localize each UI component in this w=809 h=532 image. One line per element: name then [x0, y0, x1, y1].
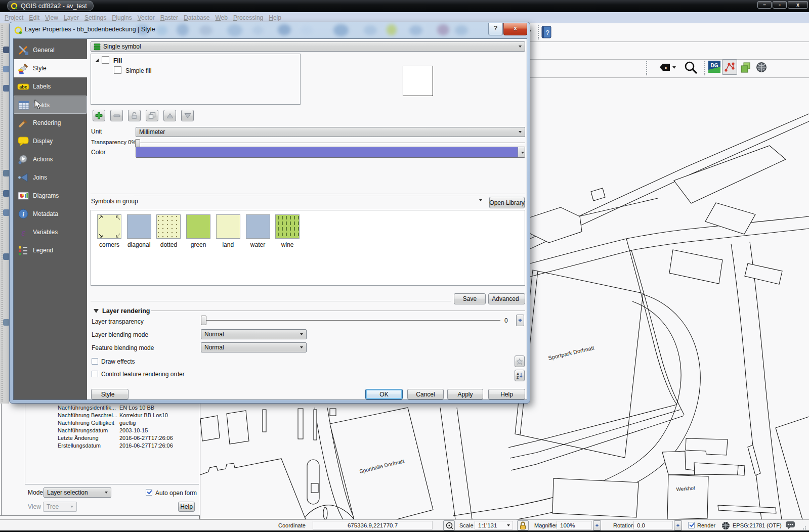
move-down-button[interactable] [181, 110, 194, 121]
sidebar-item-diagrams[interactable]: Diagrams [14, 187, 87, 205]
auto-open-form-checkbox[interactable] [146, 489, 152, 496]
color-dropdown[interactable] [518, 147, 525, 158]
menu-help[interactable]: Help [269, 14, 281, 21]
dialog-help-button[interactable]: ? [488, 23, 503, 35]
menu-vector[interactable]: Vector [138, 14, 155, 21]
layer-rendering-collapse-icon[interactable] [94, 309, 99, 313]
toolbar-grip3[interactable] [704, 61, 706, 75]
menu-processing[interactable]: Processing [233, 14, 263, 21]
symbols-group-dropdown[interactable] [479, 199, 482, 203]
menu-raster[interactable]: Raster [160, 14, 178, 21]
layer-rendering-header[interactable]: Layer rendering [102, 307, 150, 315]
tree-item-fill[interactable]: Fill [113, 57, 122, 64]
toolbar-grip2[interactable] [646, 61, 648, 75]
sidebar-item-variables[interactable]: εVariables [14, 223, 87, 241]
coordinate-field[interactable]: 675336.9,221770.7 [313, 521, 433, 529]
sort-order-button[interactable]: AZ [515, 370, 525, 381]
ok-button[interactable]: OK [365, 389, 403, 400]
menu-layer[interactable]: Layer [64, 14, 79, 21]
open-library-button[interactable]: Open Library [489, 197, 525, 208]
transparency-slider-groove[interactable] [136, 143, 525, 143]
remove-symbol-layer-button[interactable] [110, 110, 123, 121]
symbol-swatch-land[interactable] [216, 214, 240, 239]
rotation-field[interactable]: 0.0 [633, 521, 673, 529]
crs-globe-icon[interactable] [721, 521, 730, 530]
zoom-search-icon[interactable] [683, 61, 698, 76]
draw-effects-checkbox[interactable] [92, 358, 98, 365]
fill-checkbox[interactable] [102, 56, 109, 64]
duplicate-symbol-layer-button[interactable] [146, 110, 158, 121]
menu-edit[interactable]: Edit [29, 14, 39, 21]
symbol-swatch-diagonal[interactable] [127, 214, 151, 239]
magnifier-spinner[interactable] [593, 520, 601, 530]
add-symbol-layer-button[interactable] [93, 110, 105, 121]
lock-symbol-layer-button[interactable] [128, 110, 141, 121]
menu-database[interactable]: Database [184, 14, 209, 21]
identify-help-button[interactable]: Help [178, 502, 195, 512]
scale-lock-icon[interactable] [517, 520, 529, 530]
style-menu-button[interactable]: Style [91, 389, 129, 400]
rotation-spinner[interactable] [674, 520, 682, 530]
tree-expander-icon[interactable] [95, 58, 99, 63]
symbol-swatch-dotted[interactable] [156, 214, 181, 239]
dialog-help-bottom-button[interactable]: Help [488, 389, 525, 400]
resize-grip[interactable] [802, 526, 807, 530]
symbol-swatch-corners[interactable] [97, 214, 121, 239]
mode-combo[interactable]: Layer selection [44, 487, 111, 498]
close-button[interactable]: x [788, 1, 808, 9]
symbol-swatch-water[interactable] [246, 214, 270, 239]
sidebar-item-general[interactable]: General [14, 41, 87, 59]
menu-project[interactable]: Project [5, 14, 23, 21]
messages-balloon-icon[interactable] [785, 521, 795, 530]
layer-blending-combo[interactable]: Normal [201, 329, 307, 339]
menu-view[interactable]: View [45, 14, 58, 21]
unit-combo[interactable]: Millimeter [136, 127, 525, 137]
dialog-close-button[interactable]: x [503, 23, 527, 35]
simple-fill-checkbox[interactable] [114, 66, 121, 74]
advanced-button[interactable]: Advanced [488, 293, 525, 304]
apply-button[interactable]: Apply [447, 389, 483, 400]
sidebar-item-legend[interactable]: Legend [14, 241, 87, 259]
globe-settings-icon[interactable] [755, 61, 768, 76]
magnifier-field[interactable]: 100% [557, 521, 592, 529]
menu-plugins[interactable]: Plugins [112, 14, 132, 21]
control-order-checkbox[interactable] [92, 371, 98, 377]
sidebar-item-labels[interactable]: abcLabels [14, 77, 87, 96]
save-button[interactable]: Save [454, 293, 486, 304]
minimize-button[interactable]: – [757, 1, 772, 9]
help-contents-icon[interactable]: ? [541, 25, 552, 40]
menu-settings[interactable]: Settings [84, 14, 106, 21]
cancel-button[interactable]: Cancel [407, 389, 444, 400]
sidebar-item-actions[interactable]: Actions [14, 150, 87, 168]
sidebar-item-style[interactable]: Style [14, 59, 87, 77]
sidebar-item-rendering[interactable]: Rendering [14, 114, 87, 132]
layer-transparency-groove[interactable] [206, 320, 500, 321]
effects-star-button[interactable] [515, 356, 525, 367]
topology-plugin-icon[interactable] [722, 59, 737, 75]
renderer-combo[interactable]: Single symbol [91, 41, 525, 52]
identify-attribute-tree[interactable]: Nachführungsidentifik...EN Los 10 BBNach… [25, 404, 199, 484]
color-widget[interactable] [136, 147, 525, 158]
move-up-button[interactable] [163, 110, 176, 121]
view-combo[interactable]: Tree [43, 502, 77, 512]
render-checkbox[interactable] [688, 522, 695, 528]
clear-filter-icon[interactable]: x [656, 63, 676, 73]
tree-item-simple-fill[interactable]: Simple fill [125, 67, 151, 74]
symbol-layers-tree[interactable]: Fill Simple fill [91, 54, 301, 105]
symbol-swatch-green[interactable] [186, 214, 210, 239]
color-swatch[interactable] [136, 147, 518, 158]
maximize-button[interactable]: ▫ [773, 1, 787, 9]
layer-transparency-handle[interactable] [201, 316, 206, 325]
layer-transparency-spinner[interactable] [516, 315, 524, 326]
symbols-panel[interactable]: cornersdiagonaldottedgreenlandwaterwine [91, 210, 525, 286]
sidebar-item-fields[interactable]: Fields [14, 96, 87, 114]
dg-plugin-icon[interactable]: DG [708, 60, 721, 75]
toolbar-grip[interactable] [538, 25, 539, 39]
copy-layer-icon[interactable] [739, 61, 751, 75]
sidebar-item-joins[interactable]: Joins [14, 168, 87, 187]
symbol-swatch-wine[interactable] [275, 214, 300, 239]
extents-tracking-icon[interactable] [443, 520, 455, 530]
scale-combo[interactable]: 1:1'131 [475, 521, 513, 529]
menu-web[interactable]: Web [215, 14, 227, 21]
sidebar-item-display[interactable]: Display [14, 132, 87, 150]
